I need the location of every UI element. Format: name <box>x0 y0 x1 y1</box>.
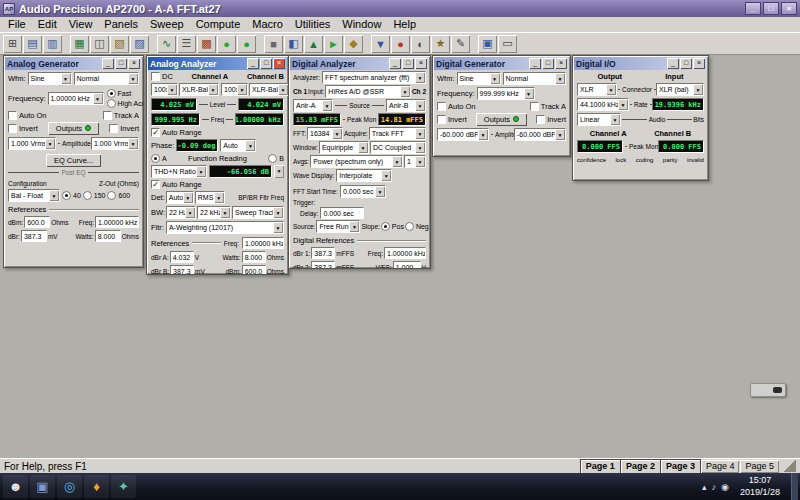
toolbar-button[interactable]: ▦ <box>70 35 89 53</box>
zout-150-radio[interactable]: 150 <box>83 191 106 200</box>
toolbar-button[interactable]: ◆ <box>344 35 363 53</box>
dbr2-reference-field[interactable]: 387.3 <box>311 261 335 269</box>
menu-item[interactable]: View <box>63 17 99 32</box>
vfs-reference-field[interactable]: 1.000 <box>393 261 421 269</box>
amplitude-a-input[interactable]: -60.000 dBFS▼ <box>437 128 489 141</box>
high-acc-radio[interactable]: High Acc. <box>107 99 144 108</box>
toolbar-button[interactable]: ► <box>324 35 343 53</box>
detector-mode-select[interactable]: Auto▼ <box>166 191 194 204</box>
waveform-select[interactable]: Sine▼ <box>28 72 72 85</box>
toolbar-button[interactable]: ∿ <box>157 35 176 53</box>
minimize-button[interactable]: _ <box>745 2 761 15</box>
toolbar-button[interactable]: ● <box>217 35 236 53</box>
analog-analyzer-titlebar[interactable]: Analog Analyzer _ □ × <box>148 57 287 70</box>
panel-close-button[interactable]: × <box>273 58 285 69</box>
panel-minimize-button[interactable]: _ <box>102 58 114 69</box>
toolbar-button[interactable]: ▭ <box>498 35 517 53</box>
toolbar-button[interactable]: ◐ <box>411 35 430 53</box>
waveform-variant-select[interactable]: Normal▼ <box>74 72 140 85</box>
dbr1-reference-field[interactable]: 387.3 <box>311 247 335 259</box>
digital-generator-titlebar[interactable]: Digital Generator _ □ × <box>434 57 569 70</box>
panel-close-button[interactable]: × <box>128 58 140 69</box>
frequency-input[interactable]: 1.00000 kHz▼ <box>48 92 104 105</box>
auto-on-checkbox[interactable]: Auto On <box>8 111 47 120</box>
slope-neg-radio[interactable]: Neg <box>405 222 429 231</box>
auto-range-checkbox[interactable]: ✓Auto Range <box>151 128 202 137</box>
menu-item[interactable]: Compute <box>190 17 247 32</box>
output-rate-select[interactable]: 44.1000 kHz▼ <box>577 98 629 111</box>
outputs-button[interactable]: Outputs <box>48 122 99 135</box>
output-connector-select[interactable]: XLR▼ <box>577 83 617 96</box>
menu-item[interactable]: Help <box>387 17 422 32</box>
taskbar-app-icon[interactable]: ✦ <box>111 475 136 498</box>
panel-maximize-button[interactable]: □ <box>680 58 692 69</box>
input-a-select[interactable]: XLR-Bal▼ <box>179 83 219 96</box>
show-desktop-button[interactable] <box>791 473 798 500</box>
toolbar-button[interactable] <box>257 35 263 53</box>
waveform-variant-select[interactable]: Normal▼ <box>503 72 567 85</box>
toolbar-button[interactable]: ● <box>237 35 256 53</box>
window-titlebar[interactable]: AP Audio Precision AP2700 - A-A FFT.at27… <box>0 0 800 17</box>
amplitude-b-input[interactable]: -60.000 dBFS▼ <box>514 128 566 141</box>
panel-maximize-button[interactable]: □ <box>260 58 272 69</box>
toolbar-button[interactable]: ✎ <box>451 35 470 53</box>
bw-high-select[interactable]: 22 kHz▼ <box>197 206 231 219</box>
taskbar-app-icon[interactable]: ◎ <box>57 475 82 498</box>
maximize-button[interactable]: □ <box>763 2 779 15</box>
toolbar-button[interactable]: ▨ <box>130 35 149 53</box>
reading-units-dropdown[interactable]: ▼ <box>274 165 284 178</box>
toolbar-button[interactable] <box>471 35 477 53</box>
page-tab[interactable]: Page 2 <box>621 460 660 473</box>
watts-reference-field[interactable]: 8.000 <box>95 230 121 242</box>
panel-close-button[interactable]: × <box>555 58 567 69</box>
watts-reference-field[interactable]: 8.000 <box>242 251 266 263</box>
amplitude-a-input[interactable]: 1.000 Vrms▼ <box>8 137 56 150</box>
toolbar-button[interactable]: ● <box>391 35 410 53</box>
toolbar-button[interactable]: ☰ <box>177 35 196 53</box>
toolbar-button[interactable] <box>150 35 156 53</box>
zout-600-radio[interactable]: 600 <box>107 191 130 200</box>
toolbar-button[interactable] <box>364 35 370 53</box>
freq-reference-field[interactable]: 1.00000 kHz <box>242 237 284 249</box>
zout-40-radio[interactable]: 40 <box>62 191 81 200</box>
fft-start-time-input[interactable]: 0.000 sec▼ <box>340 185 386 198</box>
analyzer-mode-select[interactable]: FFT spectrum analyzer (fft)▼ <box>322 71 426 84</box>
menu-item[interactable]: Sweep <box>144 17 190 32</box>
output-audio-format-select[interactable]: Linear▼ <box>577 113 621 126</box>
fft-size-select[interactable]: 16384▼ <box>307 127 343 140</box>
panel-close-button[interactable]: × <box>693 58 705 69</box>
menu-item[interactable]: Window <box>336 17 387 32</box>
dbr-reference-field[interactable]: 387.3 <box>21 230 47 242</box>
page-tab[interactable]: Page 4 <box>701 460 740 473</box>
bw-low-select[interactable]: 22 Hz▼ <box>166 206 196 219</box>
range-b-select[interactable]: 100x▼ <box>221 83 248 96</box>
toolbar-button[interactable]: ▼ <box>371 35 390 53</box>
toolbar-button[interactable]: ▲ <box>304 35 323 53</box>
toolbar-button[interactable] <box>63 35 69 53</box>
toolbar-button[interactable]: ◫ <box>90 35 109 53</box>
toolbar-button[interactable]: ▧ <box>110 35 129 53</box>
coupling-select[interactable]: DC Coupled▼ <box>370 141 426 154</box>
toolbar-button[interactable]: ■ <box>264 35 283 53</box>
waveform-select[interactable]: Sine▼ <box>457 72 501 85</box>
invert-a-checkbox[interactable]: Invert <box>8 124 38 133</box>
function-select[interactable]: THD+N Ratio▼ <box>151 165 207 178</box>
slope-pos-radio[interactable]: Pos <box>381 222 404 231</box>
close-button[interactable]: × <box>781 2 797 15</box>
bpbr-mode-select[interactable]: Sweep Track▼ <box>232 206 284 219</box>
digital-analyzer-titlebar[interactable]: Digital Analyzer _ □ × <box>290 57 429 70</box>
track-a-checkbox[interactable]: Track A <box>103 111 139 120</box>
dbm-reference-field[interactable]: 600.0 <box>242 265 266 275</box>
dbm-reference-field[interactable]: 600.0 <box>24 216 50 228</box>
panel-maximize-button[interactable]: □ <box>402 58 414 69</box>
averages-count-select[interactable]: 1▼ <box>404 155 426 168</box>
amplitude-b-input[interactable]: 1.000 Vrms▼ <box>91 137 139 150</box>
panel-minimize-button[interactable]: _ <box>529 58 541 69</box>
page-tab[interactable]: Page 3 <box>661 460 700 473</box>
page-tab[interactable]: Page 5 <box>740 460 779 473</box>
dbrb-reference-field[interactable]: 387.3 <box>170 265 194 275</box>
fft-window-select[interactable]: Equiripple▼ <box>319 141 369 154</box>
function-channel-a-radio[interactable]: A <box>151 154 167 163</box>
tray-icon[interactable]: ◉ <box>721 482 729 492</box>
detector-type-select[interactable]: RMS▼ <box>195 191 225 204</box>
